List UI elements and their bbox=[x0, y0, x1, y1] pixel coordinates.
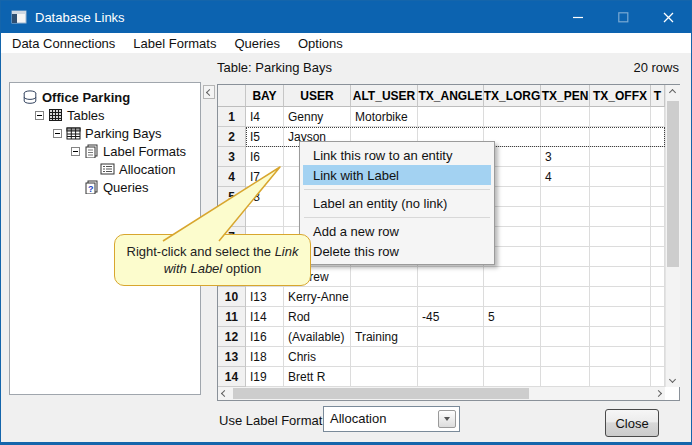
tree-item-tables[interactable]: Tables bbox=[10, 106, 200, 124]
table-cell[interactable]: Kerry-Anne bbox=[284, 287, 351, 307]
close-button[interactable]: Close bbox=[605, 409, 659, 437]
table-cell[interactable]: Genny bbox=[284, 107, 351, 127]
row-number[interactable]: 12 bbox=[218, 327, 246, 347]
column-header-tx_lorg[interactable]: TX_LORG bbox=[484, 85, 541, 107]
table-cell[interactable]: Rod bbox=[284, 307, 351, 327]
table-cell[interactable]: Training bbox=[351, 327, 418, 347]
column-header-tx_angle[interactable]: TX_ANGLE bbox=[418, 85, 484, 107]
table-cell[interactable] bbox=[541, 107, 590, 127]
table-cell[interactable] bbox=[541, 367, 590, 387]
table-cell[interactable]: I16 bbox=[246, 327, 284, 347]
table-cell[interactable] bbox=[418, 107, 484, 127]
table-cell[interactable] bbox=[484, 107, 541, 127]
menu-item-add-a-new-row[interactable]: Add a new row bbox=[303, 221, 491, 241]
table-cell[interactable]: 5 bbox=[484, 307, 541, 327]
table-cell[interactable] bbox=[651, 207, 665, 227]
table-cell[interactable]: I5 bbox=[246, 127, 284, 147]
table-cell[interactable] bbox=[351, 347, 418, 367]
column-header-user[interactable]: USER bbox=[284, 85, 351, 107]
table-cell[interactable] bbox=[590, 287, 651, 307]
column-header-alt_user[interactable]: ALT_USER bbox=[351, 85, 418, 107]
horizontal-scroll-thumb[interactable] bbox=[233, 388, 529, 399]
minimize-button[interactable] bbox=[556, 1, 601, 33]
table-cell[interactable]: (Available) bbox=[284, 327, 351, 347]
horizontal-scrollbar[interactable] bbox=[218, 387, 665, 400]
table-row[interactable]: 12I16(Available)Training bbox=[218, 327, 665, 347]
table-cell[interactable] bbox=[541, 267, 590, 287]
row-number[interactable]: 10 bbox=[218, 287, 246, 307]
table-cell[interactable] bbox=[590, 227, 651, 247]
scroll-left-arrow-icon[interactable] bbox=[218, 387, 231, 400]
column-header-bay[interactable]: BAY bbox=[246, 85, 284, 107]
scroll-right-arrow-icon[interactable] bbox=[652, 387, 665, 400]
menu-item-label-an-entity-no-link-[interactable]: Label an entity (no link) bbox=[303, 193, 491, 213]
table-cell[interactable] bbox=[418, 287, 484, 307]
table-cell[interactable] bbox=[590, 167, 651, 187]
table-cell[interactable] bbox=[351, 287, 418, 307]
table-cell[interactable] bbox=[651, 267, 665, 287]
table-cell[interactable] bbox=[484, 367, 541, 387]
table-cell[interactable] bbox=[651, 367, 665, 387]
table-cell[interactable] bbox=[484, 347, 541, 367]
scroll-up-arrow-icon[interactable] bbox=[666, 86, 679, 99]
table-row[interactable]: 11I14Rod-455 bbox=[218, 307, 665, 327]
table-cell[interactable] bbox=[541, 207, 590, 227]
table-cell[interactable] bbox=[541, 127, 590, 147]
table-cell[interactable]: Chris bbox=[284, 347, 351, 367]
label-format-combobox[interactable]: Allocation bbox=[323, 406, 460, 432]
table-cell[interactable] bbox=[590, 247, 651, 267]
table-cell[interactable] bbox=[484, 327, 541, 347]
table-cell[interactable]: I4 bbox=[246, 107, 284, 127]
menubar-item-queries[interactable]: Queries bbox=[225, 33, 289, 53]
row-number[interactable]: 13 bbox=[218, 347, 246, 367]
table-cell[interactable]: 3 bbox=[541, 147, 590, 167]
table-cell[interactable] bbox=[651, 327, 665, 347]
tree-item-office-parking[interactable]: Office Parking bbox=[10, 88, 200, 106]
table-cell[interactable] bbox=[590, 207, 651, 227]
table-cell[interactable]: Brett R bbox=[284, 367, 351, 387]
table-cell[interactable] bbox=[484, 267, 541, 287]
row-number[interactable]: 1 bbox=[218, 107, 246, 127]
table-cell[interactable] bbox=[351, 267, 418, 287]
table-cell[interactable] bbox=[351, 367, 418, 387]
row-number[interactable]: 2 bbox=[218, 127, 246, 147]
collapse-tree-button[interactable] bbox=[203, 85, 215, 99]
menubar-item-label-formats[interactable]: Label Formats bbox=[124, 33, 225, 53]
table-cell[interactable]: 4 bbox=[541, 167, 590, 187]
tree-expander-icon[interactable] bbox=[71, 147, 80, 156]
menubar-item-data-connections[interactable]: Data Connections bbox=[3, 33, 124, 53]
table-cell[interactable] bbox=[651, 187, 665, 207]
menu-item-delete-this-row[interactable]: Delete this row bbox=[303, 241, 491, 261]
vertical-scrollbar[interactable] bbox=[665, 85, 680, 387]
table-cell[interactable] bbox=[651, 287, 665, 307]
table-cell[interactable] bbox=[651, 247, 665, 267]
table-cell[interactable] bbox=[651, 107, 665, 127]
table-cell[interactable] bbox=[590, 307, 651, 327]
menu-item-link-this-row-to-an-entity[interactable]: Link this row to an entity bbox=[303, 145, 491, 165]
table-cell[interactable] bbox=[651, 227, 665, 247]
table-cell[interactable] bbox=[590, 147, 651, 167]
table-cell[interactable]: I13 bbox=[246, 287, 284, 307]
table-cell[interactable] bbox=[541, 307, 590, 327]
maximize-button[interactable] bbox=[601, 1, 646, 33]
vertical-scroll-thumb[interactable] bbox=[667, 101, 679, 267]
table-cell[interactable] bbox=[418, 347, 484, 367]
close-window-button[interactable] bbox=[646, 1, 691, 33]
table-cell[interactable]: -45 bbox=[418, 307, 484, 327]
table-cell[interactable] bbox=[418, 327, 484, 347]
table-cell[interactable] bbox=[590, 107, 651, 127]
table-cell[interactable] bbox=[351, 307, 418, 327]
row-number[interactable]: 14 bbox=[218, 367, 246, 387]
table-cell[interactable] bbox=[541, 227, 590, 247]
table-cell[interactable]: Motorbike bbox=[351, 107, 418, 127]
row-number[interactable]: 11 bbox=[218, 307, 246, 327]
menu-item-link-with-label[interactable]: Link with Label bbox=[303, 165, 491, 185]
table-cell[interactable] bbox=[541, 327, 590, 347]
table-cell[interactable] bbox=[651, 127, 665, 147]
combobox-dropdown-button[interactable] bbox=[438, 410, 456, 428]
tree-item-parking-bays[interactable]: Parking Bays bbox=[10, 124, 200, 142]
table-cell[interactable] bbox=[541, 347, 590, 367]
table-cell[interactable] bbox=[590, 267, 651, 287]
column-header-tx_offx[interactable]: TX_OFFX bbox=[590, 85, 651, 107]
table-cell[interactable] bbox=[418, 267, 484, 287]
